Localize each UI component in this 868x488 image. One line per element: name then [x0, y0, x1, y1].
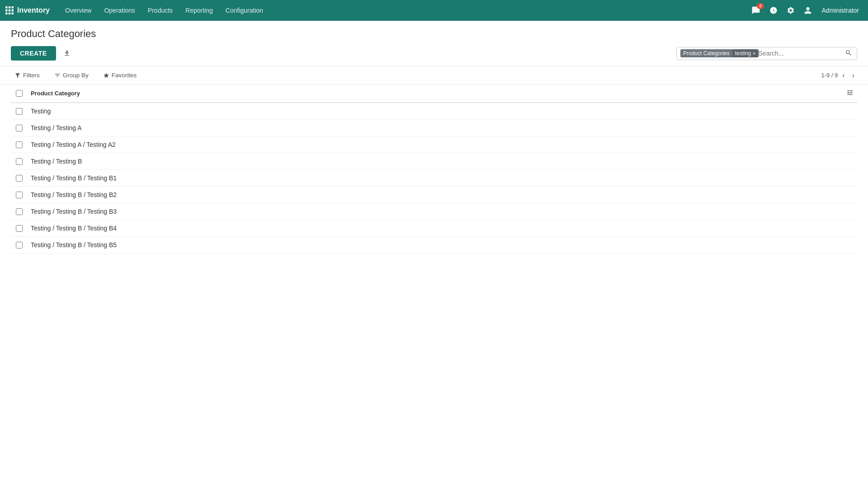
pagination-next[interactable]: › — [849, 70, 857, 80]
table-header-row: Product Category — [11, 84, 857, 103]
row-checkbox[interactable] — [16, 158, 23, 165]
user-label[interactable]: Administrator — [818, 7, 863, 14]
search-bar: Product Categories testing × — [676, 47, 857, 60]
favorites-label: Favorites — [112, 72, 137, 79]
row-checkbox[interactable] — [16, 125, 23, 131]
pagination-prev[interactable]: ‹ — [840, 70, 847, 80]
svg-rect-1 — [9, 6, 11, 9]
user-icon-button[interactable] — [801, 5, 815, 16]
create-button[interactable]: CREATE — [11, 46, 56, 61]
toolbar: CREATE Product Categories testing × — [0, 46, 868, 66]
row-checkbox-cell — [11, 103, 27, 120]
row-product-category[interactable]: Testing / Testing B / Testing B3 — [27, 203, 857, 220]
select-all-header — [11, 84, 27, 103]
app-grid-button[interactable] — [5, 6, 14, 14]
pagination-text: 1-9 / 9 — [821, 72, 838, 79]
nav-configuration[interactable]: Configuration — [219, 0, 269, 21]
row-checkbox[interactable] — [16, 175, 23, 182]
groupby-button[interactable]: Group By — [51, 70, 92, 80]
row-checkbox-cell — [11, 170, 27, 187]
row-product-category[interactable]: Testing / Testing A / Testing A2 — [27, 136, 857, 153]
product-categories-table: Product Category TestingTesting / Testin… — [11, 84, 857, 253]
search-submit-button[interactable] — [844, 49, 853, 58]
row-product-category[interactable]: Testing / Testing B — [27, 153, 857, 170]
row-product-category[interactable]: Testing — [27, 103, 857, 120]
table-row: Testing / Testing B / Testing B1 — [11, 170, 857, 187]
svg-rect-8 — [12, 13, 14, 15]
table-body: TestingTesting / Testing ATesting / Test… — [11, 103, 857, 253]
svg-rect-5 — [12, 9, 14, 12]
search-tag-close[interactable]: × — [753, 51, 755, 56]
row-checkbox-cell — [11, 136, 27, 153]
row-checkbox-cell — [11, 237, 27, 253]
table-container: Product Category TestingTesting / Testin… — [0, 84, 868, 253]
row-checkbox-cell — [11, 153, 27, 170]
favorites-button[interactable]: Favorites — [99, 70, 141, 80]
settings-button[interactable] — [784, 5, 797, 16]
row-checkbox[interactable] — [16, 108, 23, 115]
row-checkbox[interactable] — [16, 192, 23, 198]
list-settings-icon[interactable] — [846, 89, 854, 98]
row-product-category[interactable]: Testing / Testing B / Testing B2 — [27, 187, 857, 203]
nav-overview[interactable]: Overview — [59, 0, 98, 21]
row-product-category[interactable]: Testing / Testing B / Testing B1 — [27, 170, 857, 187]
product-category-header: Product Category — [27, 84, 857, 103]
row-product-category[interactable]: Testing / Testing A — [27, 120, 857, 136]
svg-rect-0 — [5, 6, 8, 9]
table-row: Testing / Testing A — [11, 120, 857, 136]
table-row: Testing / Testing B / Testing B2 — [11, 187, 857, 203]
nav-operations[interactable]: Operations — [98, 0, 141, 21]
topnav-right-area: 4 Administrator — [749, 4, 863, 17]
table-row: Testing / Testing B — [11, 153, 857, 170]
svg-rect-2 — [12, 6, 14, 9]
row-product-category[interactable]: Testing / Testing B / Testing B4 — [27, 220, 857, 237]
svg-rect-3 — [5, 9, 8, 12]
table-row: Testing — [11, 103, 857, 120]
svg-rect-7 — [9, 13, 11, 15]
filter-bar: Filters Group By Favorites 1-9 / 9 ‹ › — [0, 66, 868, 84]
download-button[interactable] — [60, 47, 74, 60]
nav-reporting[interactable]: Reporting — [179, 0, 219, 21]
top-navigation: Inventory Overview Operations Products R… — [0, 0, 868, 21]
brand-label[interactable]: Inventory — [17, 6, 50, 14]
table-row: Testing / Testing B / Testing B3 — [11, 203, 857, 220]
search-input[interactable] — [759, 50, 844, 57]
pagination: 1-9 / 9 ‹ › — [821, 70, 857, 80]
nav-products[interactable]: Products — [142, 0, 179, 21]
row-checkbox[interactable] — [16, 242, 23, 249]
search-tag-category: Product Categories — [680, 49, 732, 57]
filters-label: Filters — [23, 72, 40, 79]
nav-menu: Overview Operations Products Reporting C… — [59, 0, 269, 21]
table-row: Testing / Testing B / Testing B5 — [11, 237, 857, 253]
chat-badge: 4 — [757, 3, 764, 9]
table-row: Testing / Testing B / Testing B4 — [11, 220, 857, 237]
row-checkbox-cell — [11, 203, 27, 220]
row-checkbox[interactable] — [16, 141, 23, 148]
search-tag-value: testing × — [732, 49, 759, 57]
filters-button[interactable]: Filters — [11, 70, 43, 80]
row-checkbox-cell — [11, 220, 27, 237]
chat-button[interactable]: 4 — [749, 4, 763, 17]
row-checkbox-cell — [11, 120, 27, 136]
clock-button[interactable] — [767, 5, 780, 16]
row-checkbox[interactable] — [16, 208, 23, 215]
row-product-category[interactable]: Testing / Testing B / Testing B5 — [27, 237, 857, 253]
table-row: Testing / Testing A / Testing A2 — [11, 136, 857, 153]
groupby-label: Group By — [63, 72, 89, 79]
page-header: Product Categories — [0, 21, 868, 40]
svg-rect-6 — [5, 13, 8, 15]
content-area: Product Categories CREATE Product Catego… — [0, 21, 868, 488]
svg-rect-4 — [9, 9, 11, 12]
select-all-checkbox[interactable] — [16, 90, 23, 97]
row-checkbox[interactable] — [16, 225, 23, 232]
row-checkbox-cell — [11, 187, 27, 203]
search-area: Product Categories testing × — [676, 47, 857, 60]
page-title: Product Categories — [11, 28, 857, 40]
